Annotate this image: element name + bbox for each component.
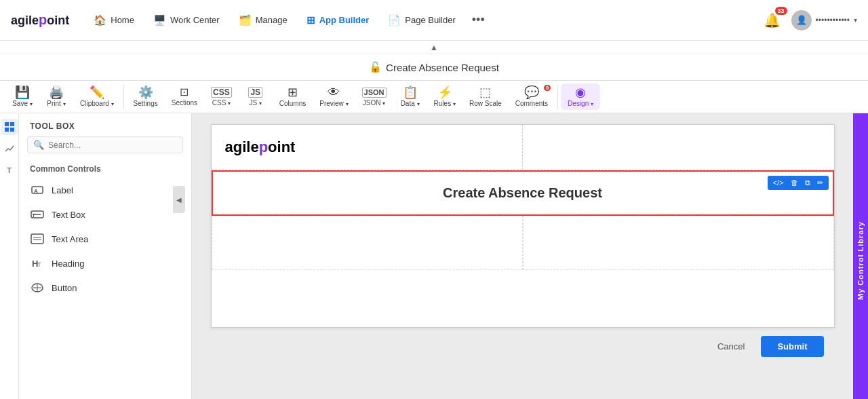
- home-icon: 🏠: [94, 14, 106, 26]
- toolbar-sections[interactable]: ⊡ Sections: [165, 84, 204, 109]
- tool-textbox[interactable]: T Text Box: [19, 202, 191, 227]
- search-box[interactable]: 🔍: [27, 136, 183, 153]
- form-empty-row: [212, 216, 834, 270]
- svg-rect-1: [10, 122, 14, 126]
- left-icon-chart[interactable]: [1, 140, 18, 157]
- svg-text:T: T: [32, 212, 35, 218]
- user-menu[interactable]: 👤 •••••••••••• ▾: [791, 10, 857, 31]
- textbox-icon: T: [30, 207, 45, 222]
- svg-rect-9: [31, 234, 43, 244]
- left-icon-grid[interactable]: [1, 119, 18, 135]
- notification-button[interactable]: 🔔 33: [761, 10, 783, 31]
- nav-workcenter[interactable]: 🖥️ Work Center: [145, 10, 228, 31]
- data-icon: 📋: [403, 86, 418, 98]
- tool-heading[interactable]: HT Heading: [19, 251, 191, 276]
- copy-action-button[interactable]: ⧉: [803, 178, 812, 188]
- nav-more[interactable]: •••: [467, 9, 490, 31]
- search-input[interactable]: [48, 140, 177, 150]
- toolbar-design[interactable]: ◉ Design ▾: [561, 83, 600, 110]
- form-logo-cell: agilepoint: [212, 125, 523, 170]
- json-icon: JSON: [362, 88, 387, 98]
- svg-text:A: A: [34, 188, 38, 194]
- print-icon: 🖨️: [49, 86, 64, 98]
- avatar: 👤: [791, 10, 812, 31]
- nav-pagebuilder[interactable]: 📄 Page Builder: [380, 10, 463, 31]
- nav-manage[interactable]: 🗂️ Manage: [231, 10, 296, 31]
- manage-icon: 🗂️: [239, 14, 252, 26]
- settings-icon: ⚙️: [138, 86, 153, 98]
- toolbar-sep-2: [557, 85, 558, 109]
- tool-textbox-name: Text Box: [52, 210, 85, 220]
- svg-rect-0: [5, 122, 9, 126]
- button-icon: [30, 280, 45, 295]
- nav-pagebuilder-label: Page Builder: [405, 15, 455, 25]
- preview-icon: 👁: [328, 86, 340, 98]
- tool-button-name: Button: [52, 283, 77, 293]
- toolbar-preview[interactable]: 👁 Preview ▾: [313, 83, 355, 110]
- toolbar-rowscale[interactable]: ⬚ Row Scale: [462, 83, 509, 110]
- toolbar-json[interactable]: JSON JSON ▾: [355, 85, 393, 109]
- delete-action-button[interactable]: 🗑: [789, 178, 800, 188]
- css-icon: CSS: [211, 87, 232, 98]
- textarea-icon: [30, 231, 45, 246]
- form-empty-cell-left: [212, 216, 523, 270]
- nav-appbuilder-label: App Builder: [319, 15, 370, 25]
- chevron-bar[interactable]: ▲: [0, 41, 868, 54]
- chevron-down-icon: ▾: [854, 16, 857, 24]
- svg-rect-3: [10, 128, 14, 132]
- toolbox: TOOL BOX 🔍 Common Controls A Label T Tex…: [19, 113, 192, 399]
- comments-badge: 0: [544, 85, 551, 91]
- toolbar-clipboard[interactable]: ✏️ Clipboard ▾: [73, 83, 121, 110]
- toolbar-js[interactable]: JS JS ▾: [239, 84, 273, 109]
- my-control-library-panel[interactable]: My Control Library: [853, 113, 868, 399]
- toolbar-save[interactable]: 💾 Save ▾: [5, 83, 39, 110]
- js-icon: JS: [248, 87, 262, 98]
- left-icon-user[interactable]: T: [1, 162, 18, 178]
- submit-button[interactable]: Submit: [761, 336, 823, 357]
- label-icon: A: [30, 183, 45, 197]
- nav-home-label: Home: [111, 15, 134, 25]
- form-empty-cell-right: [523, 216, 834, 270]
- lock-icon: 🔓: [369, 61, 382, 73]
- appbuilder-icon: ⊞: [307, 14, 315, 26]
- form-title-row[interactable]: Create Absence Request </> 🗑 ⧉ ✏: [212, 170, 834, 216]
- edit-action-button[interactable]: ✏: [815, 178, 825, 188]
- toolbar-settings[interactable]: ⚙️ Settings: [127, 83, 165, 110]
- canvas-area: agilepoint Create Absence Request </> 🗑 …: [192, 113, 853, 399]
- columns-icon: ⊞: [288, 86, 298, 98]
- toolbar-rules[interactable]: ⚡ Rules ▾: [427, 83, 462, 110]
- toolbar-css[interactable]: CSS CSS ▾: [204, 84, 239, 109]
- heading-icon: HT: [30, 256, 45, 271]
- bell-icon: 🔔: [764, 13, 781, 28]
- collapse-panel-button[interactable]: ◀: [173, 186, 185, 213]
- form-logo: agilepoint: [225, 138, 296, 155]
- title-bar: 🔓 Create Absence Request: [0, 54, 868, 81]
- nav-appbuilder[interactable]: ⊞ App Builder: [298, 10, 378, 31]
- toolbar-print[interactable]: 🖨️ Print ▾: [39, 83, 73, 110]
- toolbar-comments[interactable]: 💬 Comments 0: [509, 83, 555, 110]
- tool-button[interactable]: Button: [19, 276, 191, 300]
- chevron-left-icon: ◀: [176, 196, 182, 204]
- nav-workcenter-label: Work Center: [170, 15, 220, 25]
- clipboard-icon: ✏️: [90, 86, 104, 98]
- svg-rect-2: [5, 128, 9, 132]
- avatar-icon: 👤: [796, 15, 807, 25]
- design-icon: ◉: [575, 86, 586, 98]
- logo[interactable]: agilepoint: [11, 12, 69, 28]
- form-title-actions: </> 🗑 ⧉ ✏: [768, 176, 829, 190]
- tool-textarea[interactable]: Text Area: [19, 227, 191, 251]
- form-header-right: [523, 125, 834, 170]
- nav-home[interactable]: 🏠 Home: [85, 10, 142, 31]
- form-header-row: agilepoint: [212, 125, 834, 170]
- toolbar-data[interactable]: 📋 Data ▾: [393, 83, 427, 110]
- toolbar-columns[interactable]: ⊞ Columns: [273, 83, 313, 110]
- tool-label[interactable]: A Label: [19, 178, 191, 202]
- nav-items: 🏠 Home 🖥️ Work Center 🗂️ Manage ⊞ App Bu…: [85, 9, 755, 31]
- page-title: Create Absence Request: [386, 62, 499, 73]
- cancel-button[interactable]: Cancel: [709, 337, 753, 356]
- toolbar: 💾 Save ▾ 🖨️ Print ▾ ✏️ Clipboard ▾ ⚙️ Se…: [0, 81, 868, 113]
- save-icon: 💾: [15, 86, 30, 98]
- pagebuilder-icon: 📄: [388, 14, 401, 26]
- toolbar-sep-1: [123, 85, 124, 109]
- code-action-button[interactable]: </>: [771, 178, 786, 188]
